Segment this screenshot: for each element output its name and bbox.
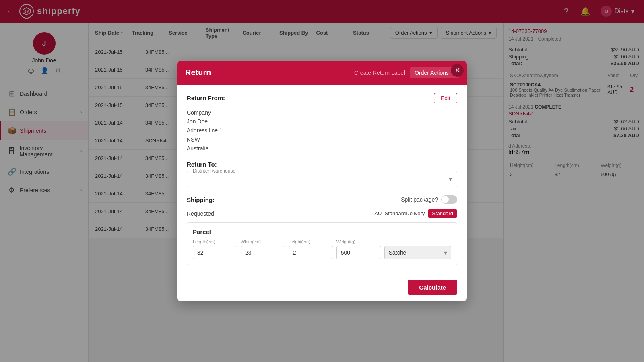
service-name: AU_StandardDelivery: [374, 210, 425, 216]
requested-right: AU_StandardDelivery Standard: [374, 209, 457, 218]
address-country: Australia: [187, 144, 457, 153]
dialog-header: Return Create Return Label Order Actions…: [177, 61, 467, 85]
close-dialog-button[interactable]: ✕: [451, 64, 464, 77]
return-dialog: Return Create Return Label Order Actions…: [177, 61, 467, 302]
parcel-fields: Length(cm) Width(cm) Height(cm) Wei: [193, 239, 451, 259]
return-from-address: Company Jon Doe Address line 1 NSW Austr…: [187, 108, 457, 153]
split-package-row: Split package?: [401, 195, 457, 204]
address-state: NSW: [187, 135, 457, 144]
warehouse-label: Distriten warehouse: [191, 168, 237, 174]
height-input[interactable]: [289, 246, 333, 259]
height-field: Height(cm): [289, 239, 333, 259]
parcel-box: Parcel Length(cm) Width(cm) Height(cm): [187, 222, 457, 265]
width-label: Width(cm): [241, 239, 285, 244]
return-to-label: Return To:: [187, 161, 457, 168]
dialog-title: Return: [185, 68, 211, 77]
length-input[interactable]: [193, 246, 237, 259]
edit-return-from-button[interactable]: Edit: [434, 93, 457, 103]
address-company: Company: [187, 108, 457, 117]
parcel-type-select[interactable]: Satchel Box Envelope Pallet: [384, 246, 451, 259]
requested-label: Requested:: [187, 210, 216, 217]
return-from-label: Return From:: [187, 95, 225, 101]
dialog-footer: Calculate: [177, 274, 467, 301]
return-from-header: Return From: Edit: [187, 93, 457, 103]
height-label: Height(cm): [289, 239, 333, 244]
dialog-body: Return From: Edit Company Jon Doe Addres…: [177, 85, 467, 274]
calculate-button[interactable]: Calculate: [408, 280, 457, 295]
address-line1: Address line 1: [187, 126, 457, 135]
weight-label: Weight(g): [336, 239, 381, 244]
width-field: Width(cm): [241, 239, 285, 259]
shipping-label: Shipping:: [187, 196, 215, 203]
length-label: Length(cm): [193, 239, 237, 244]
width-input[interactable]: [241, 246, 285, 259]
standard-badge: Standard: [428, 209, 457, 218]
weight-input[interactable]: [336, 246, 381, 259]
requested-row: Requested: AU_StandardDelivery Standard: [187, 209, 457, 218]
overlay-backdrop: Return Create Return Label Order Actions…: [0, 0, 644, 362]
address-name: Jon Doe: [187, 117, 457, 126]
shipping-section: Shipping: Split package? Requested: AU_S…: [187, 195, 457, 265]
length-field: Length(cm): [193, 239, 237, 259]
warehouse-chevron-icon: ▾: [449, 175, 452, 183]
weight-field: Weight(g): [336, 239, 381, 259]
create-return-label-button[interactable]: Create Return Label: [354, 70, 405, 76]
toggle-knob: [442, 196, 449, 203]
split-package-label: Split package?: [401, 196, 438, 203]
dialog-header-actions: Create Return Label Order Actions ▾: [354, 67, 459, 78]
split-package-toggle[interactable]: [441, 195, 457, 204]
return-to-section: Return To: Distriten warehouse ▾: [187, 161, 457, 187]
parcel-type-wrapper: Satchel Box Envelope Pallet ▾: [384, 246, 451, 259]
shipping-header: Shipping: Split package?: [187, 195, 457, 204]
parcel-title: Parcel: [193, 228, 451, 235]
warehouse-dropdown[interactable]: Distriten warehouse ▾: [187, 171, 457, 187]
order-actions-dialog-label: Order Actions: [415, 70, 449, 76]
